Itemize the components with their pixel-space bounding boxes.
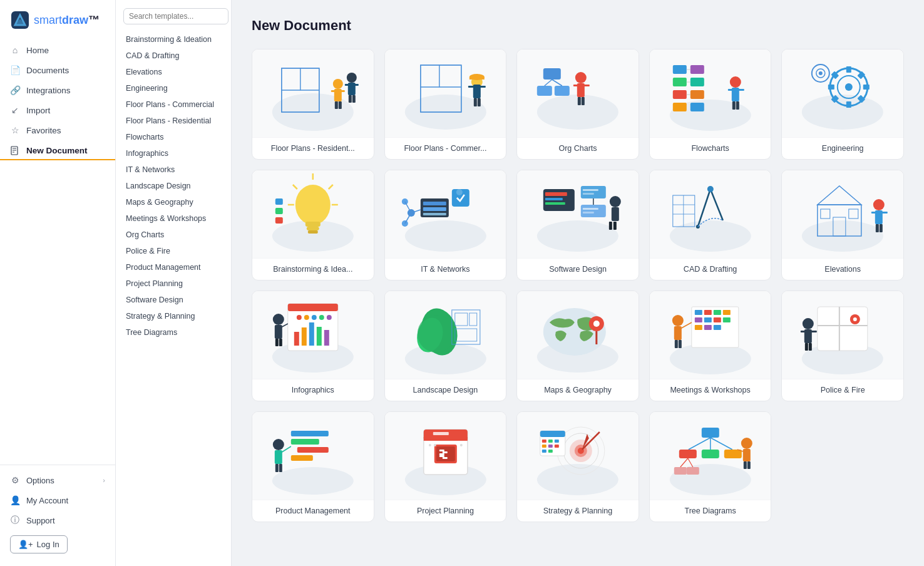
card-org-charts[interactable]: Org Charts	[516, 49, 639, 160]
options-icon: ⚙	[10, 475, 20, 485]
card-flowcharts[interactable]: Flowcharts	[649, 49, 772, 160]
card-brainstorming[interactable]: Brainstorming & Idea...	[252, 170, 374, 280]
template-list-item[interactable]: Maps & Geography	[116, 194, 231, 210]
svg-rect-250	[702, 428, 719, 438]
svg-rect-111	[545, 192, 567, 196]
card-project-planning[interactable]: Project Planning	[384, 411, 507, 522]
search-input[interactable]	[123, 8, 228, 24]
template-list-item[interactable]: Strategy & Planning	[116, 308, 231, 324]
svg-rect-220	[433, 432, 448, 435]
login-label: Log In	[37, 540, 59, 549]
card-strategy-planning[interactable]: Strategy & Planning	[516, 411, 639, 522]
card-floor-plans-residential[interactable]: Floor Plans - Resident...	[252, 49, 374, 160]
svg-rect-162	[275, 339, 279, 346]
svg-rect-144	[876, 224, 879, 232]
footer-support-label: Support	[26, 516, 55, 525]
svg-rect-151	[309, 322, 314, 346]
svg-point-231	[537, 464, 619, 495]
template-list-item[interactable]: Project Planning	[116, 275, 231, 292]
sidebar-item-home[interactable]: ⌂ Home	[0, 40, 115, 60]
svg-rect-35	[473, 98, 476, 106]
svg-rect-181	[723, 310, 731, 315]
template-list-item[interactable]: Elevations	[116, 64, 231, 80]
card-image-product-management	[252, 412, 374, 500]
card-elevations[interactable]: Elevations	[781, 170, 904, 280]
login-button[interactable]: 👤+ Log In	[10, 535, 68, 553]
svg-rect-99	[423, 207, 446, 211]
card-product-management[interactable]: Product Management	[252, 411, 374, 522]
template-list-item[interactable]: Meetings & Workshops	[116, 210, 231, 227]
sidebar-item-documents[interactable]: 📄 Documents	[0, 60, 115, 80]
template-list-item[interactable]: Tree Diagrams	[116, 324, 231, 341]
svg-rect-192	[675, 340, 678, 348]
template-list-item[interactable]: Infographics	[116, 145, 231, 162]
footer-support[interactable]: ⓘ Support	[0, 510, 115, 530]
svg-rect-118	[583, 193, 594, 195]
svg-rect-34	[479, 86, 485, 88]
svg-rect-215	[279, 464, 282, 472]
svg-point-155	[304, 315, 309, 320]
svg-rect-205	[809, 343, 812, 351]
card-maps-geography[interactable]: Maps & Geography	[516, 291, 639, 401]
card-engineering[interactable]: Engineering	[781, 49, 904, 160]
svg-rect-242	[548, 440, 553, 443]
svg-point-200	[803, 318, 814, 329]
template-list-item[interactable]: Org Charts	[116, 227, 231, 243]
template-list-item[interactable]: Software Design	[116, 292, 231, 308]
template-list-item[interactable]: Floor Plans - Residential	[116, 113, 231, 129]
svg-rect-75	[863, 85, 870, 90]
card-infographics[interactable]: Infographics	[252, 291, 374, 401]
template-list-item[interactable]: Flowcharts	[116, 129, 231, 145]
card-label-maps-geography: Maps & Geography	[517, 379, 639, 401]
card-cad-drafting[interactable]: CAD & Drafting	[649, 170, 772, 280]
svg-rect-21	[354, 84, 359, 86]
template-list-item[interactable]: Product Management	[116, 259, 231, 275]
template-list-item[interactable]: IT & Networks	[116, 162, 231, 178]
svg-rect-58	[690, 103, 704, 111]
svg-rect-113	[545, 202, 565, 205]
footer-options[interactable]: ⚙ Options ›	[0, 470, 115, 490]
login-icon: 👤+	[18, 540, 33, 549]
svg-rect-145	[880, 224, 883, 232]
template-list-item[interactable]: Landscape Design	[116, 178, 231, 194]
card-software-design[interactable]: Software Design	[516, 170, 639, 280]
sidebar-item-documents-label: Documents	[26, 66, 69, 75]
options-arrow-icon: ›	[103, 476, 105, 484]
svg-rect-143	[882, 212, 888, 214]
sidebar-item-import-label: Import	[26, 106, 50, 115]
svg-line-257	[680, 458, 688, 467]
svg-rect-33	[468, 86, 474, 88]
card-image-infographics	[252, 291, 374, 379]
svg-rect-241	[542, 440, 547, 443]
svg-point-189	[672, 315, 684, 326]
template-list-item[interactable]: CAD & Drafting	[116, 48, 231, 64]
card-landscape-design[interactable]: Landscape Design	[384, 291, 507, 401]
svg-rect-203	[811, 331, 817, 332]
sidebar-item-home-label: Home	[26, 46, 49, 55]
template-list-item[interactable]: Engineering	[116, 80, 231, 96]
card-image-engineering	[782, 49, 903, 137]
card-tree-diagrams[interactable]: Tree Diagrams	[649, 411, 772, 522]
card-floor-plans-commercial[interactable]: Floor Plans - Commer...	[384, 49, 507, 160]
template-list-item[interactable]: Floor Plans - Commercial	[116, 96, 231, 113]
sidebar-item-integrations-label: Integrations	[26, 86, 71, 95]
sidebar-item-import[interactable]: ↙ Import	[0, 100, 115, 120]
template-list-item[interactable]: Police & Fire	[116, 243, 231, 259]
sidebar-item-new-document[interactable]: New Document	[0, 140, 115, 160]
svg-rect-53	[673, 90, 687, 99]
card-police-fire[interactable]: Police & Fire	[781, 291, 904, 401]
card-it-networks[interactable]: IT & Networks	[384, 170, 507, 280]
svg-rect-51	[673, 65, 687, 74]
card-image-org-charts	[517, 49, 639, 137]
sidebar-item-integrations[interactable]: 🔗 Integrations	[0, 80, 115, 100]
svg-point-84	[295, 185, 331, 225]
sidebar-item-favorites[interactable]: ☆ Favorites	[0, 120, 115, 140]
page-title: New Document	[252, 18, 904, 34]
content-area: New Document Floor Plans - Resident...	[232, 0, 924, 566]
footer-my-account[interactable]: 👤 My Account	[0, 490, 115, 510]
card-meetings-workshops[interactable]: Meetings & Workshops	[649, 291, 772, 401]
svg-point-96	[404, 220, 486, 252]
card-image-cad-drafting	[650, 170, 771, 258]
template-list-item[interactable]: Brainstorming & Ideation	[116, 31, 231, 48]
svg-point-102	[456, 189, 462, 195]
